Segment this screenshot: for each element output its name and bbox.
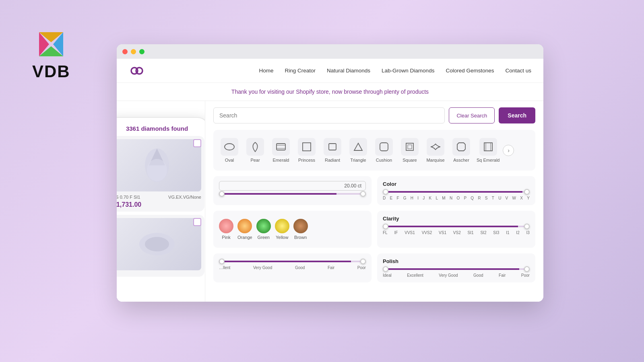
shape-cushion[interactable]: Cushion [372,136,396,165]
shape-asscher-label: Asscher [453,158,469,162]
clarity-if: IF [394,230,398,235]
carat-filter: 20.00 ct [213,176,372,205]
color-label-p: P [464,196,466,200]
gem-yellow[interactable]: Yellow [275,219,289,240]
polish-ideal: Ideal [383,273,392,278]
svg-rect-18 [380,143,388,151]
clarity-si1: SI1 [468,230,474,235]
color-slider-track [383,191,530,193]
color-slider-thumb-left[interactable] [383,189,388,195]
gem-green[interactable]: Green [256,219,271,240]
polish-fair: Fair [499,273,506,278]
left-panel: 3361 diamonds found [117,101,205,302]
svg-rect-19 [406,143,413,150]
clarity-i3: I3 [526,230,530,235]
clarity-slider-thumb-right[interactable] [524,224,530,229]
main-content: 3361 diamonds found [117,101,543,302]
shape-oval-icon [221,138,238,156]
shape-marquise[interactable]: Marquise [423,136,448,165]
nav-home[interactable]: Home [259,68,273,74]
color-label-x: X [520,196,523,200]
shape-pear[interactable]: Pear [243,136,267,165]
nav-colored-gemstones[interactable]: Colored Gemstones [446,68,494,74]
diamond-price-1: $1,731.00 [117,201,201,208]
gem-brown[interactable]: Brown [293,219,308,240]
diamond-card-checkbox-1[interactable] [193,139,201,147]
gem-pink[interactable]: Pink [219,219,233,240]
shape-sq-emerald[interactable]: Sq Emerald [475,136,501,165]
carat-slider-thumb-right[interactable] [360,191,366,197]
polish-slider-thumb-left[interactable] [383,266,388,272]
clarity-fl: FL [383,230,388,235]
shape-asscher[interactable]: Asscher [449,136,473,165]
shape-next-button[interactable]: › [503,145,514,156]
nav-contact[interactable]: Contact us [505,68,531,74]
carat-slider-thumb-left[interactable] [219,191,225,197]
color-slider-thumb-right[interactable] [524,189,530,195]
nav-natural-diamonds[interactable]: Natural Diamonds [327,68,370,74]
svg-point-8 [147,159,167,181]
carat-value: 20.00 ct [219,181,366,191]
nav-lab-grown[interactable]: Lab-Grown Diamonds [382,68,434,74]
cut-slider-thumb-left[interactable] [219,259,225,264]
gem-pink-circle [219,219,233,233]
diamond-card-1: PS 0.70 F SI1 VG.EX.VG/None $1,731.00 [117,136,204,212]
color-label-g: G [403,196,407,200]
shape-oval[interactable]: Oval [217,136,242,165]
gems-clarity-row: Pink Orange Green Yellow [213,211,535,248]
color-label-t: T [492,196,494,200]
gem-orange-label: Orange [237,235,252,240]
nav-ring-creator[interactable]: Ring Creator [285,68,316,74]
polish-poor: Poor [521,273,530,278]
cut-fair: Fair [328,265,334,270]
shape-square[interactable]: Square [398,136,422,165]
carat-slider-track [219,193,366,195]
polish-slider-thumb-right[interactable] [524,266,530,272]
browser-dot-yellow[interactable] [131,49,136,54]
shape-emerald[interactable]: Emerald [269,136,293,165]
banner: Thank you for visiting our Shopify store… [117,83,543,101]
shape-triangle-label: Triangle [350,158,366,162]
site-nav: Home Ring Creator Natural Diamonds Lab-G… [117,59,543,83]
polish-good: Good [473,273,483,278]
shape-triangle[interactable]: Triangle [346,136,370,165]
browser-titlebar [117,44,543,59]
color-gems-row: Pink Orange Green Yellow [219,216,366,243]
shape-sq-emerald-label: Sq Emerald [477,158,500,162]
gem-pink-label: Pink [222,235,230,240]
shape-radiant[interactable]: Radiant [320,136,345,165]
diamond-card-checkbox-2[interactable] [193,218,201,226]
gem-green-label: Green [257,235,270,240]
clarity-vs2: VS2 [453,230,461,235]
search-button[interactable]: Search [499,107,535,123]
cut-very-good: Very Good [253,265,272,270]
clarity-slider-thumb-left[interactable] [383,224,388,229]
shape-pear-label: Pear [250,158,260,162]
color-label-m: M [442,196,445,200]
carat-color-row: 20.00 ct Color [213,176,535,205]
shape-emerald-label: Emerald [273,158,289,162]
browser-dot-green[interactable] [139,49,144,54]
shape-sq-emerald-icon [479,138,497,156]
browser-dot-red[interactable] [122,49,128,54]
diamond-grade-1: VG.EX.VG/None [168,195,201,200]
svg-rect-16 [329,144,336,150]
shape-emerald-icon [272,138,290,156]
clear-search-button[interactable]: Clear Search [449,107,495,123]
shape-princess[interactable]: Princess [295,136,319,165]
clarity-filter: Clarity FL IF VVS1 VVS2 VS1 VS2 [377,211,535,248]
svg-point-11 [225,144,234,150]
cut-slider-thumb-right[interactable] [360,259,366,264]
polish-excellent: Excellent [407,273,423,278]
svg-point-10 [145,237,169,251]
shape-triangle-icon [349,138,367,156]
gem-orange[interactable]: Orange [237,219,252,240]
clarity-vs1: VS1 [439,230,446,235]
cut-poor: Poor [357,265,366,270]
color-label-q: Q [471,196,474,200]
color-label-j: J [423,196,425,200]
polish-filter: Polish Ideal Excellent Very Good Good Fa… [377,253,535,282]
search-input[interactable] [213,107,445,123]
shape-princess-icon [298,138,316,156]
color-label-r: R [478,196,481,200]
